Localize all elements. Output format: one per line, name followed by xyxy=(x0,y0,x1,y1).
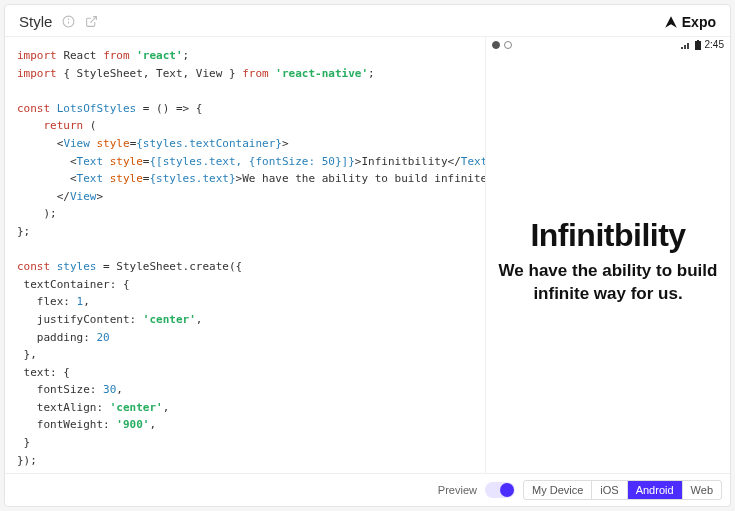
svg-line-3 xyxy=(91,17,97,23)
preview-toggle[interactable] xyxy=(485,482,515,498)
clock-text: 2:45 xyxy=(705,39,724,50)
code-editor[interactable]: import React from 'react'; import { Styl… xyxy=(5,37,485,473)
platform-segmented-control: My Device iOS Android Web xyxy=(523,480,722,500)
preview-subtitle: We have the ability to build infinite wa… xyxy=(496,260,720,306)
tab-my-device[interactable]: My Device xyxy=(524,481,592,499)
external-link-icon[interactable] xyxy=(85,15,98,28)
tab-ios[interactable]: iOS xyxy=(592,481,627,499)
tab-web[interactable]: Web xyxy=(683,481,721,499)
status-bar: 2:45 xyxy=(681,39,724,50)
svg-rect-5 xyxy=(697,40,699,41)
expo-icon xyxy=(664,15,678,29)
preview-title: Infinitbility xyxy=(530,217,685,254)
brand-label: Expo xyxy=(664,14,716,30)
device-preview: 2:45 Infinitbility We have the ability t… xyxy=(485,37,730,473)
bottom-toolbar: Preview My Device iOS Android Web xyxy=(5,473,730,506)
dot-icon xyxy=(492,41,500,49)
battery-icon xyxy=(694,40,702,50)
preview-page-dots xyxy=(492,41,512,49)
svg-point-2 xyxy=(69,19,70,20)
info-icon[interactable] xyxy=(62,15,75,28)
svg-rect-4 xyxy=(695,41,701,50)
page-title: Style xyxy=(19,13,52,30)
tab-android[interactable]: Android xyxy=(628,481,683,499)
signal-icon xyxy=(681,41,691,49)
header-bar: Style Expo xyxy=(5,5,730,37)
dot-icon xyxy=(504,41,512,49)
preview-label: Preview xyxy=(438,484,477,496)
